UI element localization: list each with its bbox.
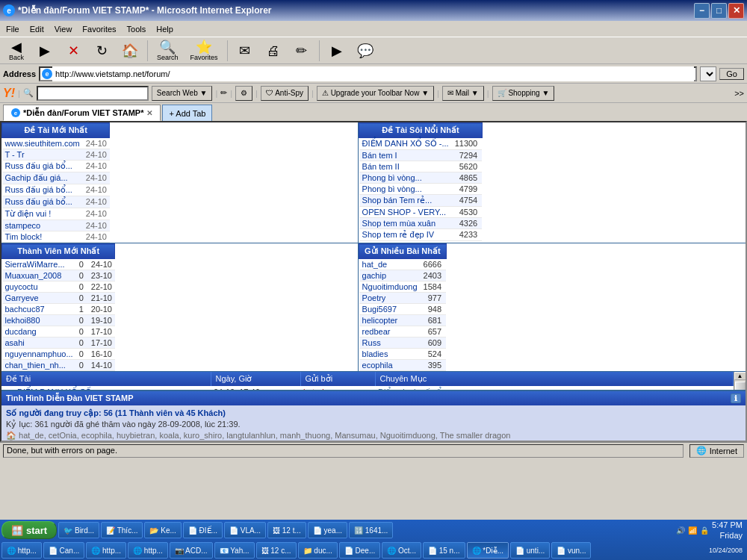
yahoo-settings-button[interactable]: ⚙ [235, 86, 252, 101]
hot-topic-link[interactable]: Phong bì vòng... [359, 172, 452, 184]
topic-link[interactable]: Russ đấu giá bổ... [2, 196, 83, 208]
taskbar-bottom-2[interactable]: 📄 Can... [43, 542, 84, 559]
member-link[interactable]: Garryeve [2, 293, 76, 304]
hot-topic-link[interactable]: Shop tem mùa xuân [359, 218, 452, 229]
hot-topic-link[interactable]: Bán tem II [359, 161, 452, 172]
member-link[interactable]: SierraWiMarre... [2, 259, 76, 270]
topic-link[interactable]: Từ điện vui ! [2, 208, 83, 220]
menu-file[interactable]: File [1, 23, 24, 35]
taskbar-bottom-12[interactable]: 🌐 *Diễ... [467, 542, 509, 559]
print-button[interactable]: 🖨 [260, 42, 287, 60]
go-button[interactable]: Go [719, 68, 744, 80]
topic-link[interactable]: www.sieuthitem.com [2, 138, 83, 149]
member-link[interactable]: guycoctu [2, 281, 76, 293]
yahoo-search-box[interactable] [37, 86, 149, 101]
start-button[interactable]: 🪟 start [1, 521, 57, 539]
poster-link[interactable]: Nguoitimduong [359, 281, 421, 293]
minimize-button[interactable]: − [694, 3, 710, 19]
hot-topic-link[interactable]: ĐIỂM DANH XỔ SỐ -... [359, 138, 452, 150]
scroll-up-button[interactable]: ▲ [734, 372, 746, 380]
poster-link[interactable]: helicopter [359, 315, 421, 326]
taskbar-bottom-5[interactable]: 📷 ACD... [170, 542, 213, 559]
member-link[interactable]: chan_thien_nh... [2, 360, 76, 371]
scrollbar[interactable]: ▲ ▼ [734, 372, 746, 390]
messenger-button[interactable]: 💬 [352, 42, 379, 60]
taskbar-item-8[interactable]: 🔢 1641... [349, 522, 393, 538]
taskbar-bottom-7[interactable]: 🖼 12 c... [256, 542, 297, 559]
member-link[interactable]: Muaxuan_2008 [2, 270, 76, 281]
mail-button[interactable]: ✉ [232, 42, 258, 60]
scroll-thumb[interactable] [735, 382, 746, 390]
poster-link[interactable]: gachip [359, 270, 421, 281]
antispyware-button[interactable]: 🛡 Anti-Spy [261, 86, 309, 101]
topic-link[interactable]: Russ đấu giá bổ... [2, 161, 83, 172]
refresh-button[interactable]: ↻ [88, 42, 115, 60]
topic-link[interactable]: Russ đấu giá bổ... [2, 184, 83, 196]
taskbar-bottom-11[interactable]: 📄 15 n... [423, 542, 465, 559]
member-link[interactable]: ducdang [2, 326, 76, 337]
poster-link[interactable]: Poetry [359, 293, 421, 304]
taskbar-bottom-1[interactable]: 🌐 http... [1, 542, 42, 559]
topic-link[interactable]: T - Tr [2, 149, 83, 161]
media-button[interactable]: ▶ [323, 42, 350, 60]
tab-close-button[interactable]: ✕ [146, 109, 152, 117]
poster-link[interactable]: redbear [359, 326, 421, 337]
taskbar-bottom-6[interactable]: 📧 Yah... [214, 542, 255, 559]
add-tab-button[interactable]: + Add Tab [162, 105, 212, 121]
taskbar-item-7[interactable]: 📄 yea... [308, 522, 347, 538]
poster-link[interactable]: hat_de [359, 259, 421, 270]
close-button[interactable]: ✕ [728, 3, 744, 19]
back-button[interactable]: ◀ Back [3, 38, 30, 63]
hot-topic-link[interactable]: OPEN SHOP - VERY... [359, 207, 452, 218]
yahoo-shopping-button[interactable]: 🛒 Shopping ▼ [492, 86, 555, 101]
upgrade-toolbar-button[interactable]: ⚠ Upgrade your Toolbar Now ▼ [317, 86, 434, 101]
hot-topic-link[interactable]: Phong bì vòng... [359, 184, 452, 195]
taskbar-bottom-9[interactable]: 📄 Dee... [339, 542, 380, 559]
taskbar-item-1[interactable]: 🐦 Bird... [58, 522, 99, 538]
menu-tools[interactable]: Tools [123, 23, 151, 35]
hot-topic-link[interactable]: Shop tem rẻ đẹp IV [359, 229, 452, 241]
address-dropdown[interactable] [700, 66, 716, 81]
taskbar-item-3[interactable]: 📂 Ke... [144, 522, 181, 538]
taskbar-bottom-14[interactable]: 📄 vun... [551, 542, 591, 559]
taskbar-item-5[interactable]: 📄 VLA... [224, 522, 266, 538]
poster-link[interactable]: ecophila [359, 360, 421, 371]
menu-edit[interactable]: Edit [25, 23, 49, 35]
topic-link[interactable]: Gachip đấu giá... [2, 172, 83, 184]
member-link[interactable]: lekhoi880 [2, 315, 76, 326]
taskbar-bottom-8[interactable]: 📁 duc... [298, 542, 338, 559]
window-controls[interactable]: − □ ✕ [694, 3, 744, 19]
menu-help[interactable]: Help [152, 23, 178, 35]
taskbar-bottom-10[interactable]: 🌐 Oct... [382, 542, 421, 559]
forward-button[interactable]: ▶ [31, 42, 58, 60]
active-tab[interactable]: e *Diễn đàn/Forum VIET STAMP* ✕ [3, 105, 161, 121]
taskbar-bottom-13[interactable]: 📄 unti... [510, 542, 550, 559]
taskbar-bottom-3[interactable]: 🌐 http... [86, 542, 126, 559]
hot-topic-link[interactable]: Bán tem I [359, 150, 452, 161]
address-input[interactable] [52, 66, 694, 81]
taskbar-item-2[interactable]: 📝 Thíc... [101, 522, 143, 538]
taskbar-bottom-4[interactable]: 🌐 http... [128, 542, 168, 559]
search-button[interactable]: 🔍 Search [152, 38, 184, 63]
menu-favorites[interactable]: Favorites [78, 23, 120, 35]
hot-topic-link[interactable]: Shop bán Tem rẻ... [359, 195, 452, 207]
menu-view[interactable]: View [50, 23, 77, 35]
favorites-button[interactable]: ⭐ Favorites [185, 38, 223, 63]
taskbar-item-6[interactable]: 🖼 12 t... [267, 522, 306, 538]
yahoo-search-input[interactable] [38, 89, 147, 98]
edit-page-button[interactable]: ✏ [288, 42, 315, 60]
member-link[interactable]: asahi [2, 337, 76, 349]
yahoo-mail-button[interactable]: ✉ Mail ▼ [442, 86, 484, 101]
yahoo-search-button[interactable]: Search Web ▼ [152, 86, 213, 101]
home-button[interactable]: 🏠 [117, 42, 143, 60]
member-link[interactable]: nguyennamphuo... [2, 349, 76, 360]
topic-link[interactable]: Tim block! [2, 231, 83, 243]
poster-link[interactable]: Bugi5697 [359, 304, 421, 315]
taskbar-item-4[interactable]: 📄 ĐIẾ... [183, 522, 223, 538]
poster-link[interactable]: Russ [359, 337, 421, 349]
maximize-button[interactable]: □ [711, 3, 727, 19]
topic-link[interactable]: stampeco [2, 220, 83, 231]
stop-button[interactable]: ✕ [60, 42, 87, 60]
poster-link[interactable]: bladies [359, 349, 421, 360]
yahoo-more-button[interactable]: >> [734, 89, 744, 98]
